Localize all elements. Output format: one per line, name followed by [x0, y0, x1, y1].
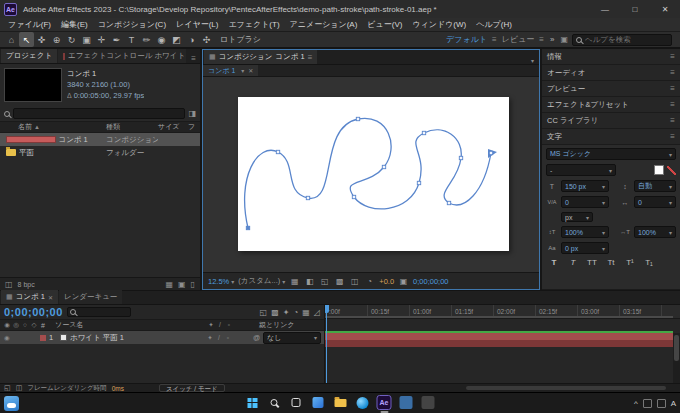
- menu-effect[interactable]: エフェクト(T): [223, 19, 284, 30]
- info-panel-menu-icon[interactable]: ≡: [670, 52, 675, 61]
- taskbar-app-button-1[interactable]: [398, 394, 415, 411]
- current-time-field[interactable]: 0;00;00;00: [4, 306, 63, 318]
- project-bit-depth[interactable]: 8 bpc: [18, 281, 35, 288]
- help-search-input[interactable]: [585, 35, 668, 44]
- vertical-scale-field[interactable]: 100%▾: [561, 226, 609, 238]
- transparency-grid-icon[interactable]: ▩: [334, 277, 345, 286]
- ime-indicator[interactable]: A: [671, 399, 676, 408]
- parent-link-column[interactable]: 親とリンク: [259, 320, 321, 330]
- draft-3d-icon[interactable]: ▩: [271, 308, 279, 317]
- mask-path-svg[interactable]: [238, 97, 509, 251]
- new-composition-icon[interactable]: ▣: [178, 280, 186, 289]
- layer-duration-bar[interactable]: [325, 333, 673, 340]
- column-type[interactable]: 種類: [106, 122, 158, 132]
- character-panel-menu-icon[interactable]: ≡: [670, 132, 675, 141]
- project-row-folder[interactable]: 平面 フォルダー: [0, 146, 200, 159]
- magnification-control[interactable]: 12.5% ▾: [208, 277, 234, 286]
- horizontal-scale-field[interactable]: 100%▾: [634, 226, 676, 238]
- menu-animation[interactable]: アニメーション(A): [285, 19, 363, 30]
- panel-effects-presets[interactable]: エフェクト&プリセット≡: [542, 97, 680, 113]
- libraries-panel-menu-icon[interactable]: ≡: [670, 116, 675, 125]
- minimize-button[interactable]: —: [590, 0, 620, 18]
- brush-tool[interactable]: ✏: [139, 32, 154, 47]
- rotobrush-tool[interactable]: ◑: [184, 32, 199, 47]
- project-filter-icon[interactable]: ◨: [188, 109, 196, 118]
- composition-canvas[interactable]: [238, 97, 509, 251]
- source-name-column[interactable]: ソース名: [55, 320, 205, 330]
- time-ruler[interactable]: :00f 00:15f 01:00f 01:15f 02:00f 02:15f …: [325, 305, 680, 319]
- home-icon[interactable]: ⌂: [4, 32, 19, 47]
- volume-icon[interactable]: [657, 399, 666, 408]
- tab-effect-controls[interactable]: エフェクトコントロール ホワイト: [58, 49, 186, 63]
- viewer-timecode[interactable]: 0;00;00;00: [413, 277, 448, 286]
- column-extra[interactable]: フ: [188, 122, 200, 132]
- edge-button[interactable]: [354, 394, 371, 411]
- fill-color-swatch[interactable]: [654, 165, 664, 175]
- layer-switch-icon-2[interactable]: /: [215, 334, 223, 342]
- frame-blend-icon[interactable]: ◔: [293, 308, 298, 317]
- font-size-field[interactable]: 150 px▾: [561, 180, 609, 192]
- subscript-button[interactable]: T₁: [641, 258, 657, 270]
- resolution-control[interactable]: (カスタム...) ▾: [238, 276, 285, 286]
- fast-previews-icon[interactable]: ◔: [364, 277, 375, 286]
- switch-mode-toggle[interactable]: スイッチ / モード: [159, 384, 225, 392]
- panel-info[interactable]: 情報≡: [542, 49, 680, 65]
- motion-blur-icon[interactable]: ▦: [302, 308, 310, 317]
- taskbar-search-button[interactable]: [266, 394, 283, 411]
- type-tool[interactable]: T: [124, 32, 139, 47]
- workspace-layout-icon[interactable]: ▣: [560, 35, 568, 44]
- timeline-graph-area[interactable]: :00f 00:15f 01:00f 01:15f 02:00f 02:15f …: [325, 305, 680, 383]
- exposure-value[interactable]: +0.0: [379, 277, 394, 286]
- font-style-select[interactable]: -▾: [546, 164, 616, 176]
- pixel-aspect-icon[interactable]: ◫: [349, 277, 360, 286]
- faux-bold-button[interactable]: T: [546, 258, 562, 270]
- column-name[interactable]: 名前▲: [0, 122, 106, 132]
- layer-switch-icon-3[interactable]: ▫: [224, 334, 232, 342]
- panel-character[interactable]: 文字≡: [542, 129, 680, 145]
- hand-tool[interactable]: ✜: [34, 32, 49, 47]
- layer-switch-icon-1[interactable]: ✦: [206, 334, 214, 342]
- panel-libraries[interactable]: CC ライブラリ≡: [542, 113, 680, 129]
- selection-tool[interactable]: ↖: [19, 32, 34, 47]
- file-explorer-button[interactable]: [332, 394, 349, 411]
- kerning-field[interactable]: 0▾: [561, 196, 609, 208]
- audio-panel-menu-icon[interactable]: ≡: [670, 68, 675, 77]
- interpret-footage-icon[interactable]: ◫: [5, 280, 13, 289]
- expand-layers-icon[interactable]: ◱: [4, 384, 11, 392]
- tracking-field[interactable]: 0▾: [634, 196, 676, 208]
- expand-in-out-icon[interactable]: ◫: [16, 384, 23, 392]
- workspace-overflow-icon[interactable]: »: [550, 35, 554, 44]
- tab-overflow-icon[interactable]: ▾: [531, 57, 539, 64]
- timeline-horizontal-scrollbar[interactable]: [466, 386, 666, 390]
- menu-edit[interactable]: 編集(E): [56, 19, 93, 30]
- baseline-shift-field[interactable]: 0 px▾: [561, 242, 609, 254]
- eye-column-icon[interactable]: ◉: [3, 321, 11, 329]
- project-row-comp[interactable]: コンポ 1 コンポジション: [0, 133, 200, 146]
- cti-handle[interactable]: [325, 305, 329, 313]
- effects-panel-menu-icon[interactable]: ≡: [670, 100, 675, 109]
- zoom-tool[interactable]: ⊕: [49, 32, 64, 47]
- superscript-button[interactable]: T¹: [622, 258, 638, 270]
- menu-view[interactable]: ビュー(V): [362, 19, 407, 30]
- start-button[interactable]: [244, 394, 261, 411]
- menu-help[interactable]: ヘルプ(H): [471, 19, 517, 30]
- timeline-tab-close-icon[interactable]: ✕: [48, 294, 53, 301]
- preview-panel-menu-icon[interactable]: ≡: [670, 84, 675, 93]
- timeline-tab-render-queue[interactable]: レンダーキュー: [59, 290, 122, 304]
- all-caps-button[interactable]: TT: [584, 258, 600, 270]
- pickwhip-icon[interactable]: @: [253, 334, 260, 341]
- widgets-button[interactable]: [310, 394, 327, 411]
- panel-preview[interactable]: プレビュー≡: [542, 81, 680, 97]
- network-icon[interactable]: [643, 399, 652, 408]
- timeline-vertical-scrollbar[interactable]: [673, 333, 680, 383]
- solo-column-icon[interactable]: ○: [21, 321, 29, 329]
- font-family-select[interactable]: MS ゴシック▾: [546, 148, 676, 160]
- lock-column-icon[interactable]: ◇: [30, 321, 38, 329]
- tab-project[interactable]: プロジェクト: [1, 49, 57, 63]
- close-button[interactable]: ✕: [650, 0, 680, 18]
- viewer-tab-close-icon[interactable]: ✕: [248, 67, 253, 74]
- workspace-review-menu-icon[interactable]: ≡: [539, 35, 544, 44]
- snapshot-icon[interactable]: ▣: [398, 277, 409, 286]
- after-effects-button[interactable]: Ae: [376, 394, 393, 411]
- task-view-button[interactable]: [288, 394, 305, 411]
